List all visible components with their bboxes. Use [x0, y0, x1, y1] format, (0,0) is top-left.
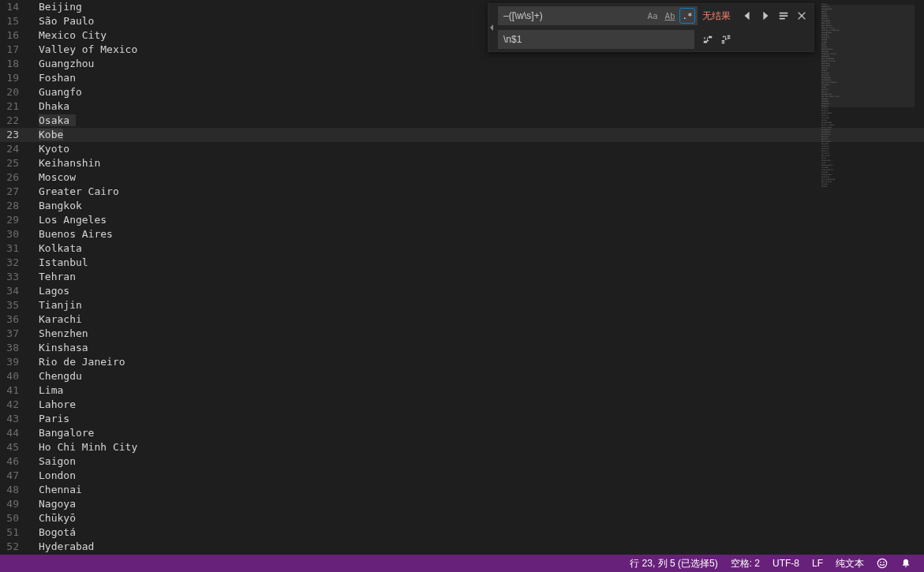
- line-number: 44: [0, 426, 30, 440]
- line-content: Valley of Mexico: [30, 43, 137, 57]
- editor-line[interactable]: 33Tehran: [0, 270, 924, 284]
- line-content: Beijing: [30, 0, 82, 14]
- status-indent[interactable]: 空格: 2: [724, 557, 766, 570]
- editor-line[interactable]: 52Hyderabad: [0, 540, 924, 554]
- editor-line[interactable]: 24Kyoto: [0, 142, 924, 156]
- editor-line[interactable]: 23Kobe: [0, 128, 924, 142]
- editor-line[interactable]: 19Foshan: [0, 71, 924, 85]
- editor-line[interactable]: 31Kolkata: [0, 241, 924, 256]
- status-eol[interactable]: LF: [806, 558, 829, 569]
- line-content: Moscow: [30, 170, 76, 185]
- editor-line[interactable]: 35Tianjin: [0, 298, 924, 312]
- next-match-button[interactable]: [757, 7, 774, 24]
- editor-line[interactable]: 27Greater Cairo: [0, 185, 924, 199]
- line-number: 28: [0, 199, 30, 213]
- close-find-button[interactable]: [793, 7, 810, 24]
- status-ln-col[interactable]: 行 23, 列 5 (已选择5): [623, 557, 724, 570]
- line-number: 50: [0, 511, 30, 525]
- editor-line[interactable]: 18Guangzhou: [0, 57, 924, 71]
- line-content: Bogotá: [30, 525, 76, 540]
- editor-line[interactable]: 20Guangfo: [0, 85, 924, 99]
- line-number: 14: [0, 0, 30, 14]
- editor-line[interactable]: 21Dhaka: [0, 99, 924, 114]
- line-number: 52: [0, 540, 30, 554]
- editor-line[interactable]: 30Buenos Aires: [0, 227, 924, 241]
- editor-line[interactable]: 51Bogotá: [0, 525, 924, 540]
- match-case-toggle[interactable]: Aa: [645, 8, 660, 24]
- editor-line[interactable]: 43Paris: [0, 412, 924, 426]
- editor-line[interactable]: 50Chūkyō: [0, 511, 924, 525]
- line-content: Shenzhen: [30, 327, 88, 341]
- line-content: Saigon: [30, 454, 76, 469]
- editor-line[interactable]: 32Istanbul: [0, 256, 924, 270]
- editor-line[interactable]: 41Lima: [0, 383, 924, 398]
- line-number: 35: [0, 298, 30, 312]
- widget-resize-sash[interactable]: [488, 4, 495, 51]
- line-number: 39: [0, 355, 30, 369]
- line-content: Chengdu: [30, 369, 82, 383]
- notifications-icon[interactable]: [894, 558, 918, 569]
- replace-one-button[interactable]: [699, 31, 716, 48]
- editor-line[interactable]: 47London: [0, 469, 924, 483]
- line-number: 30: [0, 227, 30, 241]
- use-regex-toggle[interactable]: .*: [679, 8, 695, 24]
- line-content: Rio de Janeiro: [30, 355, 125, 369]
- editor-line[interactable]: 42Lahore: [0, 398, 924, 412]
- find-result-count: 无结果: [702, 9, 731, 23]
- line-number: 41: [0, 383, 30, 398]
- find-replace-widget: Aa Ab .* 无结果: [488, 3, 814, 52]
- previous-match-button[interactable]: [739, 7, 756, 24]
- status-encoding[interactable]: UTF-8: [766, 558, 806, 569]
- line-number: 48: [0, 483, 30, 497]
- replace-all-button[interactable]: [717, 31, 735, 48]
- find-input[interactable]: [499, 8, 643, 24]
- editor-line[interactable]: 34Lagos: [0, 284, 924, 298]
- line-number: 40: [0, 369, 30, 383]
- line-content: Mexico City: [30, 28, 107, 43]
- editor-line[interactable]: 26Moscow: [0, 170, 924, 185]
- status-bar: 行 23, 列 5 (已选择5) 空格: 2 UTF-8 LF 纯文本: [0, 555, 924, 572]
- line-content: Karachi: [30, 312, 82, 327]
- line-number: 47: [0, 469, 30, 483]
- feedback-icon[interactable]: [870, 558, 894, 569]
- line-number: 51: [0, 525, 30, 540]
- replace-input[interactable]: [498, 30, 694, 49]
- editor-line[interactable]: 38Kinshasa: [0, 341, 924, 355]
- editor-line[interactable]: 44Bangalore: [0, 426, 924, 440]
- line-number: 24: [0, 142, 30, 156]
- find-in-selection-button[interactable]: [775, 7, 792, 24]
- line-number: 26: [0, 170, 30, 185]
- line-number: 15: [0, 14, 30, 28]
- line-content: Bangalore: [30, 426, 94, 440]
- editor-line[interactable]: 39Rio de Janeiro: [0, 355, 924, 369]
- line-number: 17: [0, 43, 30, 57]
- editor-line[interactable]: 22Osaka: [0, 114, 924, 128]
- editor-line[interactable]: 49Nagoya: [0, 497, 924, 511]
- editor-line[interactable]: 46Saigon: [0, 454, 924, 469]
- match-whole-word-toggle[interactable]: Ab: [662, 8, 678, 24]
- editor-line[interactable]: 45Ho Chi Minh City: [0, 440, 924, 454]
- line-content: London: [30, 469, 76, 483]
- editor-line[interactable]: 40Chengdu: [0, 369, 924, 383]
- editor-line[interactable]: 48Chennai: [0, 483, 924, 497]
- editor-line[interactable]: 36Karachi: [0, 312, 924, 327]
- line-content: Ho Chi Minh City: [30, 440, 137, 454]
- line-content: Osaka: [30, 114, 76, 128]
- editor-line[interactable]: 25Keihanshin: [0, 156, 924, 170]
- status-language[interactable]: 纯文本: [829, 557, 870, 570]
- line-content: Lima: [30, 383, 63, 398]
- line-content: Guangzhou: [30, 57, 94, 71]
- line-number: 37: [0, 327, 30, 341]
- editor-line[interactable]: 28Bangkok: [0, 199, 924, 213]
- editor-area[interactable]: 14Beijing15São Paulo16Mexico City17Valle…: [0, 0, 924, 555]
- line-content: Paris: [30, 412, 69, 426]
- svg-point-0: [877, 559, 886, 567]
- line-number: 36: [0, 312, 30, 327]
- line-content: Kyoto: [30, 142, 69, 156]
- line-content: Istanbul: [30, 256, 88, 270]
- editor-line[interactable]: 29Los Angeles: [0, 213, 924, 227]
- line-number: 33: [0, 270, 30, 284]
- line-number: 27: [0, 185, 30, 199]
- editor-line[interactable]: 37Shenzhen: [0, 327, 924, 341]
- line-number: 32: [0, 256, 30, 270]
